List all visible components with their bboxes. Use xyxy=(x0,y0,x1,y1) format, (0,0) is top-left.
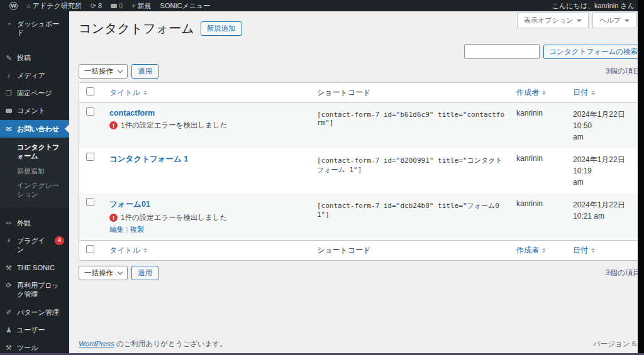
sort-title-header[interactable]: タイトル xyxy=(109,87,140,98)
author-value: kanrinin xyxy=(511,148,568,168)
gauge-icon: ◔ xyxy=(5,19,13,28)
comment-bubble-icon xyxy=(111,4,117,8)
new-content-menu[interactable]: +新規 xyxy=(127,0,155,11)
wordpress-link[interactable]: WordPress xyxy=(79,340,114,347)
shortcode-value: [contact-form-7 id="b61d6c9" title="cont… xyxy=(312,103,511,133)
sidebar-label: プラグイン xyxy=(17,236,49,254)
submenu-item-integration[interactable]: インテグレーション xyxy=(0,178,69,202)
sonic-menu[interactable]: SONICメニュー xyxy=(156,0,215,11)
sidebar-label: ツール xyxy=(17,343,38,352)
comments-menu[interactable]: 0 xyxy=(106,0,127,11)
items-count-bottom: 3個の項目 xyxy=(606,268,640,278)
sidebar-label: パターン管理 xyxy=(17,308,59,317)
bulk-action-label: 一括操作 xyxy=(84,67,113,76)
submenu-item-add-new[interactable]: 新規追加 xyxy=(0,164,69,179)
pushpin-icon: ✎ xyxy=(5,53,13,62)
apply-button-bottom[interactable]: 適用 xyxy=(131,266,158,280)
page-title: コンタクトフォーム xyxy=(79,20,194,37)
comment-bubble-icon xyxy=(5,106,13,115)
sidebar-item-users[interactable]: ♟ユーザー xyxy=(0,321,69,339)
sidebar-label: 投稿 xyxy=(17,53,31,62)
sort-arrows-icon xyxy=(542,89,546,97)
sidebar-label: 固定ページ xyxy=(17,89,52,97)
submenu-item-contact-forms[interactable]: コンタクトフォーム xyxy=(0,140,69,164)
form-row: コンタクトフォーム 1 [contact-form-7 id="8200991"… xyxy=(79,148,640,194)
pattern-brush-icon: ✐ xyxy=(5,308,13,317)
sidebar-label: 再利用ブロック管理 xyxy=(17,281,64,299)
apply-button[interactable]: 適用 xyxy=(131,64,158,79)
select-all-checkbox[interactable] xyxy=(86,87,94,96)
sort-date-header[interactable]: 日付 xyxy=(573,245,588,256)
sidebar-item-appearance[interactable]: ✏外観 xyxy=(0,214,69,232)
error-icon: ! xyxy=(109,214,118,222)
row-checkbox[interactable] xyxy=(86,153,94,161)
sort-arrows-icon xyxy=(143,89,147,97)
sidebar-label: 外観 xyxy=(17,219,31,227)
sidebar-item-comments[interactable]: コメント xyxy=(0,102,69,119)
admin-sidebar: ◔ダッシュボード ✎投稿 ♪メディア ❐固定ページ コメント ✉お問い合わせ コ… xyxy=(0,11,69,355)
wordpress-logo-icon: W xyxy=(9,2,18,10)
sidebar-label: THE SONIC xyxy=(17,263,55,272)
form-title-link[interactable]: contactform xyxy=(109,109,155,117)
date-value: 2024年1月22日 10:21 am xyxy=(568,194,640,227)
sidebar-item-reusable-blocks[interactable]: ⟳再利用ブロック管理 xyxy=(0,276,69,303)
search-input[interactable] xyxy=(464,44,540,59)
screenshot-right-edge xyxy=(638,0,644,355)
plug-icon: ⚡ xyxy=(5,236,13,245)
form-title-link[interactable]: コンタクトフォーム 1 xyxy=(109,154,188,165)
edit-action-link[interactable]: 編集 xyxy=(109,226,124,233)
sidebar-label: ユーザー xyxy=(17,325,45,334)
forms-table: タイトル ショートコード 作成者 日付 contactform !1件の設定エラ… xyxy=(79,82,641,261)
main-content: 表示オプション ヘルプ コンタクトフォーム 新規追加 コンタクトフォームの検索 … xyxy=(69,11,644,355)
chevron-down-icon xyxy=(118,68,123,73)
form-row: フォーム01 !1件の設定エラーを検出しました 編集 | 複製 [contact… xyxy=(79,194,640,240)
sort-author-header[interactable]: 作成者 xyxy=(516,87,539,98)
sidebar-item-patterns[interactable]: ✐パターン管理 xyxy=(0,303,69,321)
row-checkbox[interactable] xyxy=(86,107,94,116)
sort-date-header[interactable]: 日付 xyxy=(573,87,588,98)
sort-arrows-icon xyxy=(542,246,546,254)
table-footer-row: タイトル ショートコード 作成者 日付 xyxy=(79,240,640,260)
duplicate-action-link[interactable]: 複製 xyxy=(130,226,144,233)
sidebar-item-contact[interactable]: ✉お問い合わせ xyxy=(0,120,69,138)
config-error-text: 1件の設定エラーを検出しました xyxy=(121,213,228,222)
sidebar-item-dashboard[interactable]: ◔ダッシュボード xyxy=(0,15,69,42)
comments-count: 0 xyxy=(119,2,123,9)
sidebar-item-the-sonic[interactable]: ⚒THE SONIC xyxy=(0,259,69,276)
bulk-action-select-bottom[interactable]: 一括操作 xyxy=(79,266,128,280)
select-all-checkbox[interactable] xyxy=(86,245,94,253)
wp-logo-menu[interactable]: W xyxy=(5,0,22,11)
contact-submenu: コンタクトフォーム 新規追加 インテグレーション xyxy=(0,138,69,207)
sidebar-item-pages[interactable]: ❐固定ページ xyxy=(0,84,69,102)
row-checkbox[interactable] xyxy=(86,198,94,206)
chevron-down-icon xyxy=(118,270,123,275)
help-label: ヘルプ xyxy=(599,16,621,25)
bulk-action-select[interactable]: 一括操作 xyxy=(79,64,128,79)
chevron-down-icon xyxy=(625,19,630,25)
new-label: 新規 xyxy=(138,1,152,11)
sort-title-header[interactable]: タイトル xyxy=(109,245,140,256)
screen-options-label: 表示オプション xyxy=(524,16,573,25)
my-account-menu[interactable]: こんにちは、kanrinin さん xyxy=(548,0,639,11)
updates-menu[interactable]: ⟳8 xyxy=(86,0,106,11)
updates-icon: ⟳ xyxy=(91,2,96,10)
sort-arrows-icon xyxy=(591,246,595,254)
form-title-link[interactable]: フォーム01 xyxy=(109,199,150,210)
bulk-action-label: 一括操作 xyxy=(84,268,113,278)
config-error-text: 1件の設定エラーを検出しました xyxy=(121,121,228,130)
search-submit-button[interactable]: コンタクトフォームの検索 xyxy=(543,45,644,59)
sidebar-item-media[interactable]: ♪メディア xyxy=(0,67,69,84)
media-icon: ♪ xyxy=(5,71,13,80)
sidebar-item-plugins[interactable]: ⚡プラグイン4 xyxy=(0,232,69,259)
version-text: バージョン 6.4. xyxy=(593,339,644,349)
footer-thanks: WordPress のご利用ありがとうございます。 xyxy=(79,339,227,349)
screen-options-button[interactable]: 表示オプション xyxy=(517,13,589,28)
author-value: kanrinin xyxy=(511,103,568,123)
sidebar-item-posts[interactable]: ✎投稿 xyxy=(0,49,69,67)
sort-author-header[interactable]: 作成者 xyxy=(516,245,539,256)
site-name-menu[interactable]: ⌂アドテク研究所 xyxy=(22,0,86,11)
date-value: 2024年1月22日 10:50 am xyxy=(568,103,640,148)
wrench-icon: ⚒ xyxy=(5,263,13,272)
help-button[interactable]: ヘルプ xyxy=(592,13,636,28)
add-new-button[interactable]: 新規追加 xyxy=(201,21,242,36)
